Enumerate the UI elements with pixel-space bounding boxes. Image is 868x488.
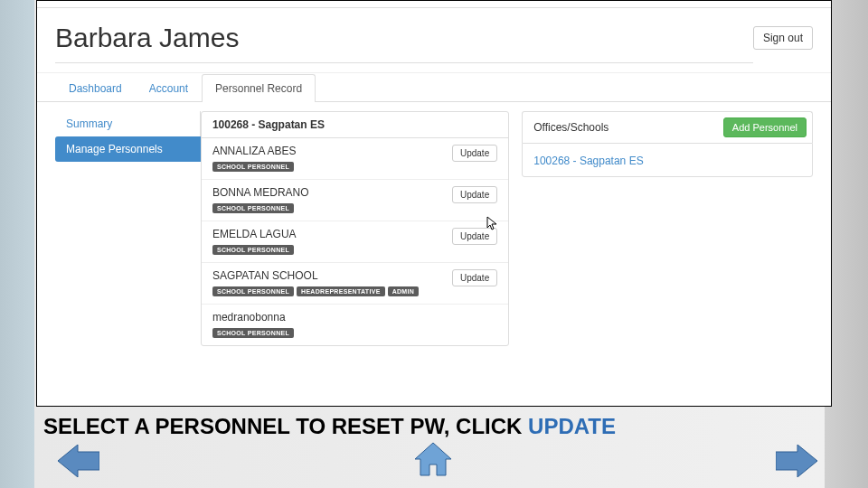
offices-panel-body: 100268 - Sagpatan ES xyxy=(522,143,813,177)
slide-instruction: SELECT A PERSONNEL TO RESET PW, CLICK UP… xyxy=(43,414,616,439)
content-area: Summary Manage Personnels 100268 - Sagpa… xyxy=(37,102,831,346)
sub-tabs: Summary Manage Personnels xyxy=(55,111,201,162)
user-heading: Barbara James xyxy=(55,23,753,63)
offices-title: Offices/Schools xyxy=(533,121,609,134)
personnel-name: EMELDA LAGUA xyxy=(212,228,297,240)
main-tabs: Dashboard Account Personnel Record xyxy=(37,73,831,102)
update-button[interactable]: Update xyxy=(452,269,497,286)
svg-marker-2 xyxy=(776,445,817,477)
left-column: Summary Manage Personnels xyxy=(55,111,201,346)
right-column: Offices/Schools Add Personnel 100268 - S… xyxy=(522,111,813,346)
personnel-row: SAGPATAN SCHOOL SCHOOL PERSONNEL HEADREP… xyxy=(202,263,508,305)
personnel-row: EMELDA LAGUA SCHOOL PERSONNEL Update xyxy=(202,221,508,263)
home-button[interactable] xyxy=(413,441,453,477)
add-personnel-button[interactable]: Add Personnel xyxy=(723,117,807,137)
personnel-panel: 100268 - Sagpatan ES ANNALIZA ABES SCHOO… xyxy=(201,111,509,346)
next-slide-button[interactable] xyxy=(776,445,817,477)
role-badge: SCHOOL PERSONNEL xyxy=(212,162,294,172)
instruction-text: SELECT A PERSONNEL TO RESET PW, CLICK xyxy=(43,414,528,438)
personnel-name: BONNA MEDRANO xyxy=(212,186,309,199)
offices-panel-header: Offices/Schools Add Personnel xyxy=(522,111,813,143)
update-button[interactable]: Update xyxy=(452,145,497,162)
role-badge: SCHOOL PERSONNEL xyxy=(212,286,294,296)
tab-dashboard[interactable]: Dashboard xyxy=(55,74,136,102)
svg-marker-1 xyxy=(415,443,451,475)
app-panel: Barbara James Sign out Dashboard Account… xyxy=(36,0,832,407)
personnel-name: medranobonna xyxy=(212,311,294,324)
instruction-keyword: UPDATE xyxy=(528,414,616,438)
personnel-row: BONNA MEDRANO SCHOOL PERSONNEL Update xyxy=(202,180,508,221)
svg-marker-0 xyxy=(58,445,99,477)
role-badge: HEADREPRESENTATIVE xyxy=(297,286,385,296)
tab-personnel-record[interactable]: Personnel Record xyxy=(202,74,316,102)
school-link[interactable]: 100268 - Sagpatan ES xyxy=(533,155,643,167)
role-badge: SCHOOL PERSONNEL xyxy=(212,203,294,213)
browser-chrome xyxy=(37,1,831,8)
role-badge: ADMIN xyxy=(388,286,419,296)
signout-button[interactable]: Sign out xyxy=(753,26,813,50)
update-button[interactable]: Update xyxy=(452,228,497,245)
personnel-panel-title: 100268 - Sagpatan ES xyxy=(202,112,508,138)
personnel-name: SAGPATAN SCHOOL xyxy=(212,269,419,282)
page-header: Barbara James Sign out xyxy=(37,8,831,73)
subtab-summary[interactable]: Summary xyxy=(55,111,201,136)
tab-account[interactable]: Account xyxy=(136,74,202,102)
prev-slide-button[interactable] xyxy=(58,445,99,477)
role-badge: SCHOOL PERSONNEL xyxy=(212,245,294,255)
update-button[interactable]: Update xyxy=(452,186,497,203)
personnel-row: medranobonna SCHOOL PERSONNEL xyxy=(202,305,508,345)
subtab-manage-personnels[interactable]: Manage Personnels xyxy=(55,136,201,162)
personnel-row: ANNALIZA ABES SCHOOL PERSONNEL Update xyxy=(202,138,508,180)
personnel-name: ANNALIZA ABES xyxy=(212,145,297,157)
slide-nav xyxy=(0,441,868,486)
role-badge: SCHOOL PERSONNEL xyxy=(212,328,294,338)
